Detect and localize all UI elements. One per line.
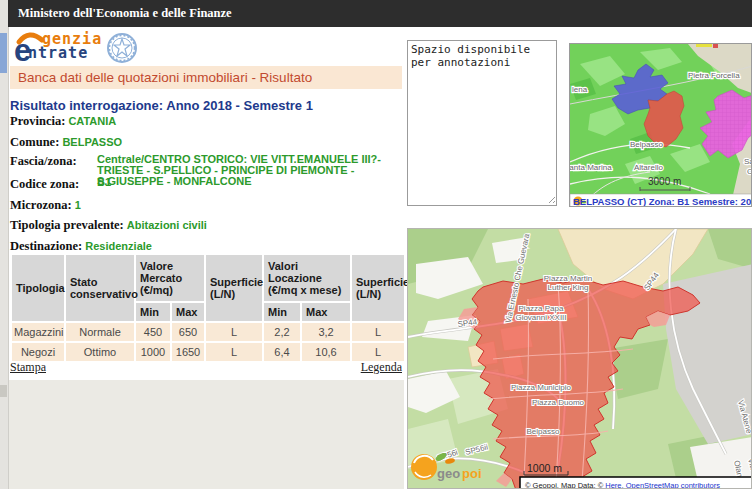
map-label: C: [747, 167, 752, 176]
scale-label: 1000 m: [527, 462, 562, 474]
col-valori-locazione: Valori Locazione (€/mq x mese): [264, 255, 350, 301]
field-label: Microzona:: [10, 198, 72, 212]
logo-word-ntrate: ntrate: [28, 46, 102, 60]
map-label: Pietra Forcella: [688, 71, 740, 80]
page-title-banner: Banca dati delle quotazioni immobiliari …: [10, 66, 402, 89]
col-tipologia: Tipologia: [12, 255, 64, 321]
page-title: Banca dati delle quotazioni immobiliari …: [18, 70, 312, 85]
field-tipologia-prevalente: Tipologia prevalente: Abitazioni civili: [10, 218, 402, 233]
col-min-locazione: Min: [264, 303, 300, 321]
field-value: Abitazioni civili: [127, 219, 207, 231]
detail-map-canvas: Piazza Martin Luther King Piazza Papa Gi…: [408, 229, 752, 489]
left-pane-background: [9, 380, 404, 489]
field-label: Codice zona:: [10, 177, 97, 192]
cell-stato: Ottimo: [66, 343, 134, 361]
map-label: Piazza Martin: [544, 274, 592, 283]
query-result-title: Risultato interrogazione: Anno 2018 - Se…: [10, 98, 313, 113]
cell-stato: Normale: [66, 323, 134, 341]
map-label: lena: [572, 85, 588, 94]
map-caption: BELPASSO (CT) Zona: B1 Semestre: 20181: [573, 196, 752, 207]
table-links-row: Stampa Legenda: [10, 360, 402, 375]
map-label: Santa Marina: [570, 163, 612, 172]
cell-vl-min: 2,2: [264, 323, 300, 341]
cell-vm-min: 1000: [136, 343, 170, 361]
cell-sup1: L: [206, 343, 262, 361]
table-row: Magazzini Normale 450 650 L 2,2 3,2 L: [12, 323, 404, 341]
field-label: Provincia:: [10, 114, 65, 128]
cell-vm-min: 450: [136, 323, 170, 341]
col-max-locazione: Max: [302, 303, 350, 321]
legenda-link[interactable]: Legenda: [361, 360, 402, 375]
col-max-mercato: Max: [172, 303, 204, 321]
table-row: Negozi Ottimo 1000 1650 L 6,4 10,6 L: [12, 343, 404, 361]
cell-vl-max: 10,6: [302, 343, 350, 361]
scrollbar-nub[interactable]: [0, 385, 7, 397]
geopoi-text-poi: poi: [462, 466, 482, 481]
field-label: Comune:: [10, 135, 59, 149]
detail-map[interactable]: Piazza Martin Luther King Piazza Papa Gi…: [407, 228, 752, 489]
map-label: Piazza Papa: [519, 304, 564, 313]
cell-tipologia: Magazzini: [12, 323, 64, 341]
field-label: Tipologia prevalente:: [10, 218, 124, 232]
cell-tipologia: Negozi: [12, 343, 64, 361]
attribution-prefix: © Geopoi, Map Data: ©: [525, 481, 605, 489]
field-label: Destinazione:: [10, 239, 82, 253]
quotations-table: Tipologia Stato conservativo Valore Merc…: [10, 253, 406, 363]
map-label: Luther King: [548, 283, 589, 292]
overview-map-canvas: lena Pietra Forcella Belpasso Santa Mari…: [570, 44, 752, 207]
scrollbar-thumb[interactable]: [0, 33, 7, 73]
here-link[interactable]: Here,: [605, 481, 623, 489]
logo-wordmark: genzia ntrate: [42, 32, 102, 60]
cell-vl-max: 3,2: [302, 323, 350, 341]
field-destinazione: Destinazione: Residenziale: [10, 239, 402, 254]
stampa-link[interactable]: Stampa: [10, 360, 46, 374]
map-label: Sa: [744, 157, 752, 166]
map-label: Piazza Municipio: [511, 383, 572, 392]
cell-sup2: L: [352, 323, 404, 341]
map-label: Belpasso: [527, 427, 560, 436]
col-superficie-1: Superficie (L/N): [206, 255, 262, 321]
col-valore-mercato: Valore Mercato (€/mq): [136, 255, 204, 301]
attribution-text: © Geopoi, Map Data: © Here, OpenStreetMa…: [525, 481, 720, 489]
app-window: Ministero dell'Economia e delle Finanze …: [0, 0, 752, 489]
scale-label: 3000 m: [648, 176, 681, 187]
col-stato: Stato conservativo: [66, 255, 134, 321]
cell-vm-max: 1650: [172, 343, 204, 361]
field-comune: Comune: BELPASSO: [10, 135, 402, 150]
overview-map[interactable]: lena Pietra Forcella Belpasso Santa Mari…: [569, 43, 752, 207]
field-value: 1: [75, 199, 81, 211]
cell-sup1: L: [206, 323, 262, 341]
field-microzona: Microzona: 1: [10, 198, 402, 213]
ministry-titlebar: Ministero dell'Economia e delle Finanze: [8, 0, 752, 27]
field-value: CATANIA: [68, 115, 116, 127]
field-codice-zona: Codice zona: B1: [10, 177, 402, 192]
field-value: B1: [97, 177, 402, 192]
italy-emblem-icon: [106, 32, 138, 64]
geopoi-text-geo: geo: [437, 466, 460, 481]
field-provincia: Provincia: CATANIA: [10, 114, 402, 129]
col-min-mercato: Min: [136, 303, 170, 321]
osm-link[interactable]: OpenStreetMap contributors: [626, 481, 720, 489]
cell-vm-max: 650: [172, 323, 204, 341]
map-label: Belpasso: [630, 140, 663, 149]
left-scroll-strip[interactable]: [0, 0, 9, 489]
field-value: Residenziale: [85, 240, 152, 252]
field-value: BELPASSO: [62, 136, 122, 148]
annotation-textarea[interactable]: Spazio disponibile per annotazioni: [407, 40, 557, 206]
map-label: Giovanni XXIII: [515, 313, 566, 322]
annotation-area: Spazio disponibile per annotazioni: [407, 40, 557, 206]
col-superficie-2: Superficie (L/N): [352, 255, 404, 321]
map-label: Piazza Duomo: [532, 398, 585, 407]
cell-sup2: L: [352, 343, 404, 361]
map-label: Altarello: [634, 163, 663, 172]
ministry-title: Ministero dell'Economia e delle Finanze: [18, 6, 232, 20]
cell-vl-min: 6,4: [264, 343, 300, 361]
